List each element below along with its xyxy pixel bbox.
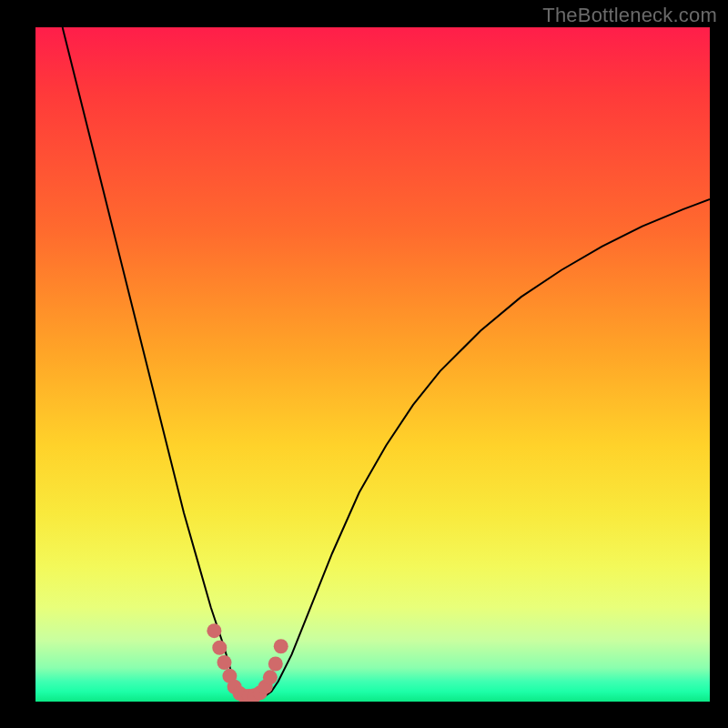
valley-markers [207, 623, 288, 702]
chart-svg [35, 27, 710, 702]
valley-marker [217, 655, 231, 670]
valley-marker [207, 623, 221, 638]
valley-marker [268, 657, 283, 672]
right-curve [258, 199, 710, 698]
watermark-text: TheBottleneck.com [542, 4, 717, 27]
valley-marker [212, 641, 227, 655]
plot-area [35, 27, 710, 702]
valley-marker [263, 670, 278, 684]
left-curve [63, 27, 258, 698]
valley-marker [274, 639, 288, 653]
outer-frame: TheBottleneck.com [0, 0, 728, 728]
